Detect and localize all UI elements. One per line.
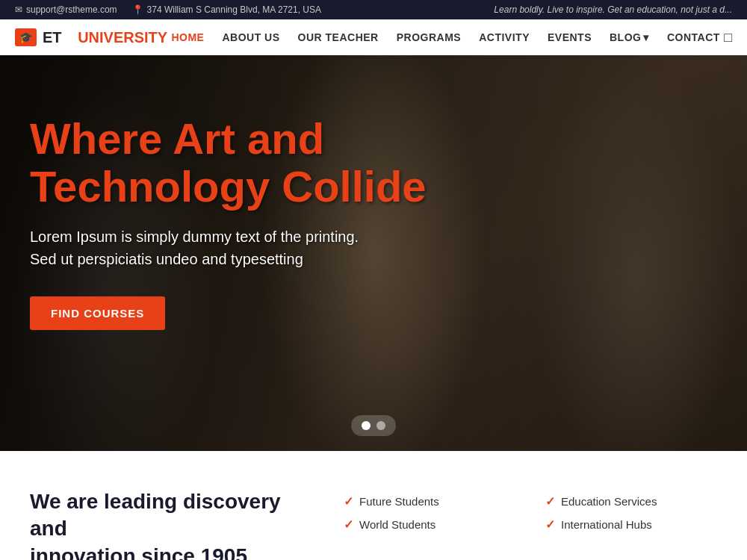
check-label-world-students: World Students [359,518,436,531]
dropdown-arrow-icon: ▾ [643,31,649,43]
checkmark-icon-3: ✓ [545,494,555,508]
logo[interactable]: 🎓 ET UNIVERSITY [15,28,167,46]
bottom-right-checklist: ✓ Education Services ✓ International Hub… [545,488,717,532]
nav-links: HOME ABOUT US OUR TEACHER PROGRAMS ACTIV… [171,31,719,44]
bottom-section: We are leading discovery and innovation … [0,451,747,560]
nav-link-contact[interactable]: CONTACT [667,31,720,43]
slider-dots [351,415,396,436]
logo-icon: 🎓 [15,28,37,46]
check-item-education-services: ✓ Education Services [545,494,717,508]
logo-name: UNIVERSITY [78,29,167,46]
nav-link-activity[interactable]: ACTIVITY [479,31,530,43]
check-label-international-hubs: International Hubs [561,518,652,531]
instagram-icon[interactable]: □ [724,30,732,46]
nav-link-about[interactable]: ABOUT US [222,31,279,43]
nav-item-events[interactable]: EVENTS [548,31,592,44]
nav-link-teacher[interactable]: OUR TEACHER [298,31,379,43]
navbar: 🎓 ET UNIVERSITY HOME ABOUT US OUR TEACHE… [0,19,747,55]
nav-link-home[interactable]: HOME [171,31,204,43]
nav-item-home[interactable]: HOME [171,31,204,44]
address-text: 374 William S Canning Blvd, MA 2721, USA [147,4,321,15]
top-bar: ✉ support@rstheme.com 📍 374 William S Ca… [0,0,747,19]
slider-dot-2[interactable] [376,421,385,430]
nav-item-about[interactable]: ABOUT US [222,31,279,44]
hero-title: Where Art and Technology Collide [30,115,493,211]
location-icon: 📍 [132,4,143,15]
nav-link-blog[interactable]: BLOG ▾ [610,31,649,43]
nav-item-teacher[interactable]: OUR TEACHER [298,31,379,44]
hero-subtitle: Lorem Ipsum is simply dummy text of the … [30,225,493,270]
top-bar-left: ✉ support@rstheme.com 📍 374 William S Ca… [15,4,321,15]
bottom-heading: We are leading discovery and innovation … [30,488,314,560]
hero-content: Where Art and Technology Collide Lorem I… [0,55,523,360]
checkmark-icon-1: ✓ [344,494,353,508]
nav-item-contact[interactable]: CONTACT [667,31,720,44]
checkmark-icon-4: ✓ [545,517,555,532]
address-info: 📍 374 William S Canning Blvd, MA 2721, U… [132,4,321,15]
check-item-future-students: ✓ Future Students [344,494,515,508]
nav-link-programs[interactable]: PROGRAMS [397,31,461,43]
nav-item-activity[interactable]: ACTIVITY [479,31,530,44]
bottom-left: We are leading discovery and innovation … [30,488,314,560]
bottom-middle-checklist: ✓ Future Students ✓ World Students [344,488,515,532]
check-label-future-students: Future Students [359,495,439,508]
nav-item-blog[interactable]: BLOG ▾ [610,31,649,43]
checkmark-icon-2: ✓ [344,517,353,532]
find-courses-button[interactable]: FIND COURSES [30,296,165,330]
hero-section: Where Art and Technology Collide Lorem I… [0,55,747,451]
email-text: support@rstheme.com [26,4,117,15]
tagline: Learn boldly. Live to inspire. Get an ed… [494,4,732,15]
check-label-education-services: Education Services [561,495,657,508]
nav-link-events[interactable]: EVENTS [548,31,592,43]
logo-prefix: ET [43,29,62,46]
check-item-international-hubs: ✓ International Hubs [545,517,717,532]
nav-item-programs[interactable]: PROGRAMS [397,31,461,44]
email-info: ✉ support@rstheme.com [15,4,117,15]
slider-dot-1[interactable] [362,421,371,430]
email-icon: ✉ [15,4,22,15]
check-item-world-students: ✓ World Students [344,517,515,532]
